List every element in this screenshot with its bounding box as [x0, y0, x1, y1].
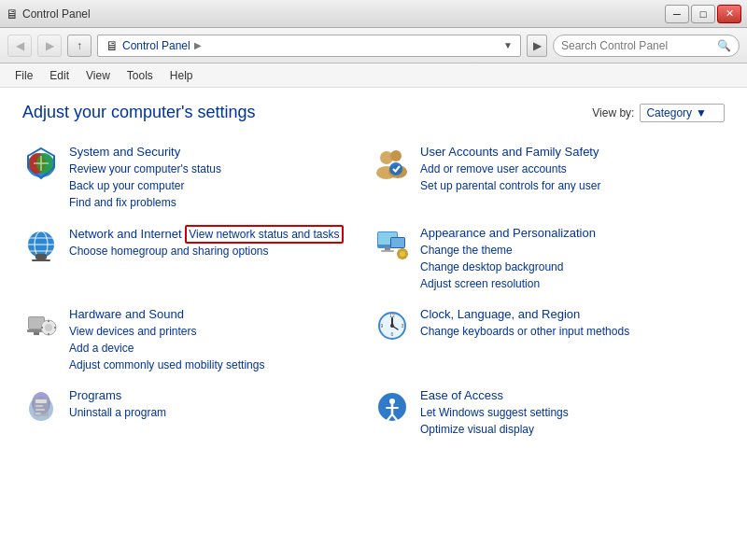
- window-icon: 🖥: [6, 7, 19, 21]
- breadcrumb-bar[interactable]: 🖥 Control Panel ▶ ▼: [97, 35, 521, 57]
- section-programs: Programs Uninstall a program: [22, 381, 374, 445]
- svg-rect-19: [385, 247, 390, 250]
- section-ease-access-title[interactable]: Ease of Access: [420, 388, 503, 402]
- svg-text:3: 3: [402, 323, 404, 329]
- link-optimize-visual[interactable]: Optimize visual display: [420, 421, 717, 438]
- window-title: Control Panel: [22, 7, 91, 21]
- section-programs-text: Programs Uninstall a program: [69, 388, 366, 421]
- link-review-status[interactable]: Review your computer's status: [69, 161, 366, 177]
- section-ease-access: Ease of Access Let Windows suggest setti…: [374, 381, 725, 445]
- svg-rect-20: [381, 250, 394, 252]
- section-appearance-text: Appearance and Personalization Change th…: [420, 226, 717, 292]
- minimize-button[interactable]: ─: [665, 5, 689, 23]
- breadcrumb-icon: 🖥: [106, 38, 119, 53]
- back-icon: ◀: [16, 39, 24, 52]
- section-clock-text: Clock, Language, and Region Change keybo…: [420, 307, 717, 340]
- icon-ease-access: [374, 388, 411, 426]
- link-uninstall[interactable]: Uninstall a program: [69, 404, 366, 421]
- title-bar-controls: ─ □ ✕: [665, 5, 741, 23]
- svg-point-30: [45, 324, 52, 331]
- svg-rect-50: [35, 413, 41, 414]
- page-header: Adjust your computer's settings View by:…: [22, 103, 725, 122]
- link-suggest-settings[interactable]: Let Windows suggest settings: [420, 404, 717, 421]
- maximize-button[interactable]: □: [691, 5, 715, 23]
- section-hardware-text: Hardware and Sound View devices and prin…: [69, 307, 366, 373]
- svg-text:12: 12: [389, 313, 395, 318]
- breadcrumb-chevron-icon: ▼: [503, 40, 513, 50]
- menu-bar: File Edit View Tools Help: [0, 63, 747, 88]
- menu-file[interactable]: File: [7, 66, 40, 85]
- icon-network: [22, 226, 60, 263]
- breadcrumb-root[interactable]: Control Panel: [122, 39, 190, 52]
- menu-edit[interactable]: Edit: [42, 66, 77, 85]
- link-parental-controls[interactable]: Set up parental controls for any user: [420, 177, 717, 194]
- section-user-accounts-title[interactable]: User Accounts and Family Safety: [420, 145, 599, 159]
- svg-text:6: 6: [391, 331, 394, 337]
- section-network-text: Network and Internet View network status…: [69, 226, 366, 259]
- section-user-accounts: User Accounts and Family Safety Add or r…: [374, 137, 725, 218]
- icon-user-accounts: [374, 145, 411, 182]
- title-bar-left: 🖥 Control Panel: [6, 7, 91, 21]
- svg-rect-15: [32, 259, 50, 261]
- link-screen-resolution[interactable]: Adjust screen resolution: [420, 275, 717, 292]
- section-ease-access-text: Ease of Access Let Windows suggest setti…: [420, 388, 717, 438]
- link-homegroup[interactable]: Choose homegroup and sharing options: [69, 243, 366, 259]
- section-clock-title[interactable]: Clock, Language, and Region: [420, 307, 580, 321]
- icon-programs: [22, 388, 60, 426]
- link-view-devices[interactable]: View devices and printers: [69, 323, 366, 340]
- address-bar: ◀ ▶ ↑ 🖥 Control Panel ▶ ▼ ▶ 🔍: [0, 28, 747, 63]
- section-appearance-title[interactable]: Appearance and Personalization: [420, 226, 596, 240]
- search-box[interactable]: 🔍: [553, 35, 740, 57]
- title-bar: 🖥 Control Panel ─ □ ✕: [0, 0, 747, 28]
- section-clock: 12 3 9 6 Clock, Language, and Region Cha…: [374, 300, 725, 381]
- svg-rect-22: [391, 238, 404, 247]
- link-fix-problems[interactable]: Find and fix problems: [69, 194, 366, 211]
- link-mobility[interactable]: Adjust commonly used mobility settings: [69, 357, 366, 373]
- menu-view[interactable]: View: [78, 66, 118, 85]
- svg-point-8: [389, 162, 402, 175]
- search-icon: 🔍: [717, 39, 731, 52]
- close-button[interactable]: ✕: [717, 5, 741, 23]
- section-system-security: System and Security Review your computer…: [22, 137, 374, 218]
- view-by-chevron-icon: ▼: [696, 106, 707, 119]
- expand-icon: ▶: [533, 39, 542, 52]
- svg-rect-48: [35, 405, 43, 407]
- view-by-value: Category: [646, 106, 692, 119]
- svg-rect-49: [35, 409, 45, 411]
- menu-help[interactable]: Help: [162, 66, 201, 85]
- main-content: Adjust your computer's settings View by:…: [0, 88, 747, 560]
- svg-point-39: [390, 324, 394, 328]
- section-programs-title[interactable]: Programs: [69, 388, 121, 402]
- svg-rect-47: [35, 399, 47, 403]
- view-by-dropdown[interactable]: Category ▼: [640, 104, 725, 122]
- link-backup[interactable]: Back up your computer: [69, 177, 366, 194]
- forward-icon: ▶: [46, 39, 54, 52]
- view-by-label: View by:: [592, 106, 634, 119]
- link-add-device[interactable]: Add a device: [69, 340, 366, 357]
- link-keyboards[interactable]: Change keyboards or other input methods: [420, 323, 717, 340]
- expand-button[interactable]: ▶: [527, 35, 547, 57]
- section-system-security-title[interactable]: System and Security: [69, 145, 180, 159]
- up-button[interactable]: ↑: [67, 35, 92, 57]
- control-panel-grid: System and Security Review your computer…: [22, 137, 725, 445]
- section-system-security-text: System and Security Review your computer…: [69, 145, 366, 211]
- back-button[interactable]: ◀: [7, 35, 32, 57]
- page-title: Adjust your computer's settings: [22, 103, 256, 122]
- icon-appearance: [374, 226, 411, 263]
- up-icon: ↑: [77, 39, 82, 52]
- link-view-network[interactable]: View network status and tasks: [185, 225, 343, 244]
- section-network: Network and Internet View network status…: [22, 218, 374, 300]
- svg-rect-14: [35, 254, 47, 259]
- link-add-remove-users[interactable]: Add or remove user accounts: [420, 161, 717, 177]
- section-hardware-title[interactable]: Hardware and Sound: [69, 307, 184, 321]
- search-input[interactable]: [561, 39, 713, 52]
- svg-point-24: [400, 251, 405, 257]
- icon-clock: 12 3 9 6: [374, 307, 411, 344]
- section-network-title[interactable]: Network and Internet: [69, 227, 182, 241]
- forward-button[interactable]: ▶: [37, 35, 62, 57]
- link-change-theme[interactable]: Change the theme: [420, 242, 717, 259]
- menu-tools[interactable]: Tools: [120, 66, 161, 85]
- link-desktop-bg[interactable]: Change desktop background: [420, 259, 717, 275]
- section-hardware: Hardware and Sound View devices and prin…: [22, 300, 374, 381]
- svg-rect-28: [34, 332, 39, 335]
